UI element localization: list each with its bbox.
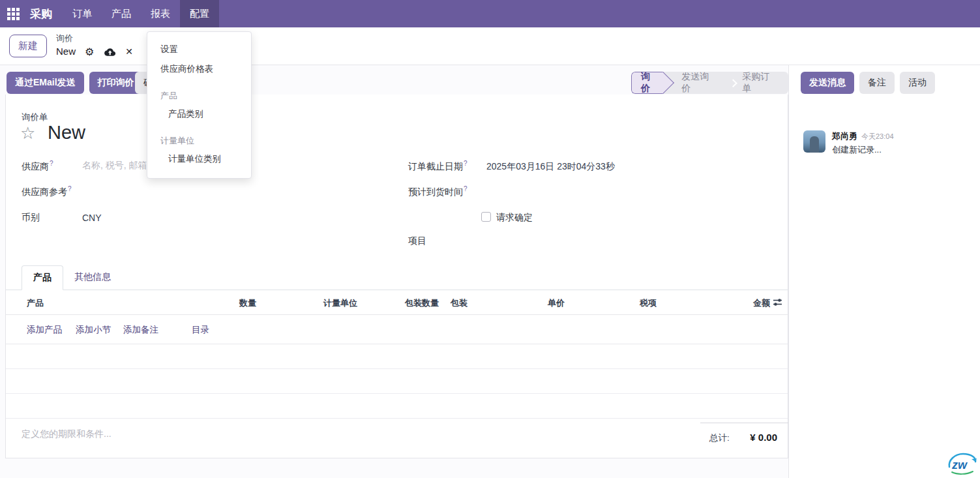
currency-label: 币别 [22,212,40,224]
purchase-app: 采购 订单 产品 报表 配置 新建 询价 New ⚙ ✕ [0,0,980,478]
order-lines-header: 产品 数量 计量单位 包装数量 包装 单价 税项 金额 [6,290,788,315]
expected-arrival-input[interactable] [486,185,682,197]
record-title: New [48,122,85,143]
control-row: 通过EMail发送 打印询价 确 询价 发送询价 采购订单 [0,65,788,95]
nav-item-reports[interactable]: 报表 [141,0,180,27]
notebook-tabs: 产品 其他信息 [6,265,788,290]
help-mark: ? [464,185,468,192]
col-uom[interactable]: 计量单位 [323,297,357,309]
col-amount[interactable]: 金额 [723,297,770,309]
help-mark: ? [68,185,72,192]
expected-arrival-label: 预计到货时间? [408,185,468,198]
message-timestamp: 今天23:04 [861,132,894,142]
vendor-reference-input[interactable] [82,185,278,197]
vendor-reference-label: 供应商参考? [22,185,72,198]
send-message-button[interactable]: 发送消息 [801,72,854,94]
breadcrumb-parent-rfq[interactable]: 询价 [56,33,133,44]
col-package[interactable]: 包装 [451,297,468,309]
tab-other-info[interactable]: 其他信息 [63,265,122,290]
gear-icon[interactable]: ⚙ [85,46,94,59]
breadcrumb-current: New [56,46,76,58]
grid-glyph [7,8,20,20]
message-text: 创建新记录... [832,144,894,156]
terms-conditions-input[interactable]: 定义您的期限和条件... [22,428,111,440]
line-actions-row: 添加产品 添加小节 添加备注 目录 [6,315,788,344]
chatter-message: 郑尚勇 今天23:04 创建新记录... [803,130,973,156]
catalog-link[interactable]: 目录 [192,324,209,336]
breadcrumb: 询价 New ⚙ ✕ [56,33,133,58]
optional-columns-icon[interactable] [773,297,782,309]
col-product[interactable]: 产品 [27,297,44,309]
empty-line-row [6,394,788,419]
app-name-purchase[interactable]: 采购 [26,0,63,27]
order-deadline-value[interactable]: 2025年03月16日 23时04分33秒 [486,161,615,173]
currency-value[interactable]: CNY [82,213,102,223]
log-note-button[interactable]: 备注 [859,72,895,94]
chevron-right-icon [729,79,737,87]
new-button[interactable]: 新建 [9,35,47,57]
zw-logo: zw [945,447,978,477]
avatar[interactable] [803,130,825,153]
nav-item-orders[interactable]: 订单 [63,0,102,27]
status-step-rfq[interactable]: 询价 [631,72,663,94]
chatter-panel: 发送消息 备注 活动 郑尚勇 今天23:04 创建新记录... [788,65,980,478]
menu-item-product-categories[interactable]: 产品类别 [147,104,251,124]
doc-type-label: 询价单 [22,112,48,123]
form-sheet: 询价单 ☆ New 供应商? 名称, 税号, 邮箱, 或 参考 供应商参考? 币… [5,95,788,458]
total-value: ¥ 0.00 [750,432,777,443]
svg-text:zw: zw [951,458,968,471]
total-label: 总计: [709,432,730,444]
status-pipeline: 询价 发送询价 采购订单 [631,72,788,94]
nav-item-products[interactable]: 产品 [102,0,141,27]
ask-confirmation-label: 请求确定 [496,212,533,224]
send-by-email-button[interactable]: 通过EMail发送 [7,72,84,94]
add-section-link[interactable]: 添加小节 [76,324,111,336]
col-quantity[interactable]: 数量 [225,297,256,309]
nav-item-configuration[interactable]: 配置 [180,0,219,27]
apps-grid-icon[interactable] [0,0,26,27]
discard-icon[interactable]: ✕ [125,46,133,58]
totals-block: 总计: ¥ 0.00 [700,423,789,444]
vendor-label: 供应商? [22,160,53,173]
empty-line-row [6,369,788,394]
help-mark: ? [464,160,468,167]
add-note-link[interactable]: 添加备注 [123,324,158,336]
activities-button[interactable]: 活动 [900,72,935,94]
menu-item-settings[interactable]: 设置 [147,40,251,59]
col-unit-price[interactable]: 单价 [526,297,565,309]
menu-item-vendor-pricelists[interactable]: 供应商价格表 [147,59,251,79]
project-label: 项目 [408,235,426,247]
col-package-qty[interactable]: 包装数量 [405,297,439,309]
configuration-dropdown-menu: 设置 供应商价格表 产品 产品类别 计量单位 计量单位类别 [147,31,252,179]
menu-item-uom-categories[interactable]: 计量单位类别 [147,149,251,169]
top-navbar: 采购 订单 产品 报表 配置 [0,0,980,27]
empty-line-row [6,344,788,369]
message-author[interactable]: 郑尚勇 [832,130,857,142]
cloud-save-icon[interactable] [103,48,116,57]
tab-products[interactable]: 产品 [22,265,63,290]
help-mark: ? [50,160,53,167]
order-deadline-label: 订单截止日期? [408,160,468,173]
add-product-link[interactable]: 添加产品 [27,324,62,336]
status-step-purchase-order[interactable]: 采购订单 [738,72,788,94]
menu-section-uom: 计量单位 [147,132,251,149]
favorite-star-icon[interactable]: ☆ [20,123,35,143]
col-taxes[interactable]: 税项 [640,297,657,309]
menu-section-products: 产品 [147,87,251,104]
ask-confirmation-checkbox[interactable] [481,212,491,222]
